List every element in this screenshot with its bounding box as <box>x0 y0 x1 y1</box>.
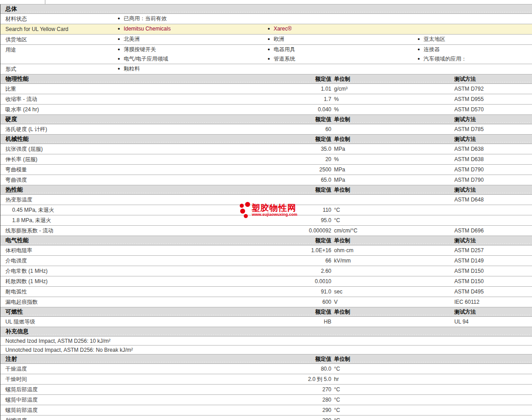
column-header-unit: 单位制 <box>331 136 454 143</box>
property-label: 收缩率 - 流动 <box>0 96 266 103</box>
property-value: 290 <box>266 417 331 420</box>
property-unit: V <box>331 299 454 305</box>
property-method: UL 94 <box>454 319 532 325</box>
section-header: 机械性能额定值单位制测试方法 <box>0 135 532 144</box>
bullet-column <box>263 14 413 24</box>
bullet-text: 电器用具 <box>273 46 295 52</box>
property-value: 1.01 <box>266 86 331 92</box>
bullet-column: ●Idemitsu Chemicals <box>113 24 263 34</box>
general-row: 形式●颗粒料 <box>0 64 532 74</box>
property-label: 螺筒后部温度 <box>0 386 266 394</box>
section-header: 补充信息 <box>0 327 532 337</box>
property-label: 抗张强度 (屈服) <box>0 145 266 153</box>
column-header-unit: 单位制 <box>331 355 454 363</box>
row-label: 用途 <box>0 45 113 64</box>
property-unit: % <box>331 156 454 162</box>
trade-name-link[interactable]: Idemitsu Chemicals <box>123 26 171 32</box>
note-text: Notched Izod Impact, ASTM D256: 10 kJ/m² <box>5 338 110 344</box>
property-row: 射嘴温度290°C <box>0 416 532 420</box>
bullet-item: ●汽车领域的应用： <box>418 54 532 64</box>
property-label: 螺筒中部温度 <box>0 396 266 404</box>
bullet-column <box>413 64 532 74</box>
property-method: ASTM D955 <box>454 96 532 102</box>
bullet-item: ●颗粒料 <box>118 64 263 74</box>
property-row: 介电强度66kV/mmASTM D149 <box>0 256 532 266</box>
property-row: 洛氏硬度 (L 计秤)60ASTM D785 <box>0 124 532 135</box>
column-header-rated-value: 额定值 <box>266 136 331 143</box>
property-label: UL 阻燃等级 <box>0 318 266 326</box>
column-header-test-method: 测试方法 <box>454 136 532 143</box>
property-row: 耗散因数 (1 MHz)0.0010ASTM D150 <box>0 276 532 287</box>
bullet-item: ●连接器 <box>418 45 532 54</box>
property-unit: MPa <box>331 177 454 183</box>
bullet-column: ●薄膜按键开关●电气/电子应用领域 <box>113 45 263 64</box>
property-row: 抗张强度 (屈服)35.0MPaASTM D638 <box>0 144 532 154</box>
property-label: 弯曲模量 <box>0 166 266 174</box>
property-label: 弯曲强度 <box>0 176 266 184</box>
property-value: 600 <box>266 299 331 305</box>
general-row: 用途●薄膜按键开关●电气/电子应用领域●电器用具●管道系统●连接器●汽车领域的应… <box>0 45 532 64</box>
property-method: ASTM D638 <box>454 156 532 162</box>
property-label: 漏电起痕指数 <box>0 298 266 306</box>
bullet-column: ●电器用具●管道系统 <box>263 45 413 64</box>
bullet-item: ●北美洲 <box>118 35 263 44</box>
property-row: 热变形温度ASTM D648 <box>0 195 532 205</box>
bullet-icon: ● <box>418 37 420 41</box>
bullet-text: 亚太地区 <box>423 36 445 42</box>
property-row: 收缩率 - 流动1.7%ASTM D955 <box>0 94 532 105</box>
column-header-rated-value: 额定值 <box>266 116 331 123</box>
property-method: IEC 60112 <box>454 299 532 305</box>
property-unit: °C <box>331 217 454 223</box>
column-header-test-method: 测试方法 <box>454 75 532 83</box>
bullet-icon: ● <box>268 26 270 31</box>
property-row: 弯曲模量2500MPaASTM D790 <box>0 165 532 175</box>
property-label: 螺筒前部温度 <box>0 407 266 414</box>
section-title: 补充信息 <box>0 328 266 336</box>
bullet-icon: ● <box>268 57 270 61</box>
bullet-item: ●Xarec® <box>268 24 413 34</box>
property-method: ASTM D790 <box>454 177 532 183</box>
property-method: ASTM D495 <box>454 289 532 295</box>
trade-name-link[interactable]: Xarec® <box>273 26 291 32</box>
bullet-column: ●已商用：当前有效 <box>113 14 263 24</box>
section-title: 机械性能 <box>0 135 266 143</box>
property-value: 91.0 <box>266 289 331 295</box>
top-margin-strip <box>0 0 532 4</box>
bullet-item: ●电气/电子应用领域 <box>118 54 263 64</box>
property-unit: MPa <box>331 146 454 152</box>
property-row: 0.45 MPa, 未退火110°C <box>0 205 532 215</box>
property-row: 干燥时间2.0 到 5.0hr <box>0 374 532 385</box>
bullet-item: ●亚太地区 <box>418 35 532 44</box>
column-header-unit: 单位制 <box>331 308 454 316</box>
property-method: ASTM D648 <box>454 197 532 203</box>
bullet-icon: ● <box>268 47 270 52</box>
property-unit: °C <box>331 386 454 393</box>
section-header: 物理性能额定值单位制测试方法 <box>0 74 532 84</box>
property-label: 吸水率 (24 hr) <box>0 106 266 114</box>
property-label: 洛氏硬度 (L 计秤) <box>0 126 266 133</box>
bullet-icon: ● <box>118 47 120 52</box>
bullet-item: ●薄膜按键开关 <box>118 45 263 54</box>
column-header-test-method: 测试方法 <box>454 308 532 316</box>
bullet-text: 薄膜按键开关 <box>123 46 156 52</box>
row-label: 材料状态 <box>0 14 113 24</box>
row-label: 形式 <box>0 64 113 74</box>
property-row: 介电常数 (1 MHz)2.60ASTM D150 <box>0 266 532 276</box>
property-unit: kV/mm <box>331 258 454 264</box>
property-method: ASTM D696 <box>454 228 532 234</box>
property-value: 2.0 到 5.0 <box>266 376 331 383</box>
property-value: 66 <box>266 258 331 264</box>
property-row: 吸水率 (24 hr)0.040%ASTM D570 <box>0 105 532 115</box>
property-row: 体积电阻率1.0E+16ohm·cmASTM D257 <box>0 245 532 256</box>
property-value: 0.040 <box>266 106 331 113</box>
bullet-column <box>413 14 532 24</box>
property-method: ASTM D570 <box>454 106 532 113</box>
column-header-rated-value: 额定值 <box>266 186 331 194</box>
property-method: ASTM D790 <box>454 166 532 173</box>
property-unit: °C <box>331 407 454 413</box>
column-header-unit: 单位制 <box>331 75 454 83</box>
property-unit: g/cm³ <box>331 86 454 92</box>
property-row: 螺筒后部温度270°C <box>0 385 532 395</box>
column-header-unit: 单位制 <box>331 237 454 245</box>
column-header-rated-value: 额定值 <box>266 237 331 245</box>
